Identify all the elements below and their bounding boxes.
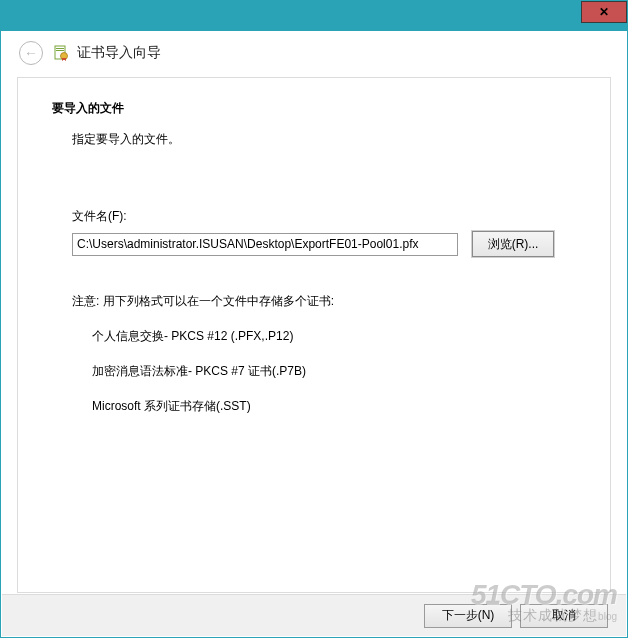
format-sst: Microsoft 系列证书存储(.SST) [92, 398, 580, 415]
wizard-window: ✕ ← 证书导入向导 要导入的文件 指定要导入的文件。 文件名(F): 浏览(R… [0, 0, 628, 638]
close-button[interactable]: ✕ [581, 1, 627, 23]
titlebar: ✕ [1, 1, 627, 31]
format-pkcs12: 个人信息交换- PKCS #12 (.PFX,.P12) [92, 328, 580, 345]
file-name-label: 文件名(F): [72, 208, 580, 225]
svg-rect-1 [56, 48, 64, 49]
next-button[interactable]: 下一步(N) [424, 604, 512, 628]
format-pkcs7: 加密消息语法标准- PKCS #7 证书(.P7B) [92, 363, 580, 380]
cancel-button[interactable]: 取消 [520, 604, 608, 628]
section-description: 指定要导入的文件。 [72, 131, 580, 148]
formats-note: 注意: 用下列格式可以在一个文件中存储多个证书: [72, 293, 580, 310]
back-button: ← [19, 41, 43, 65]
file-row: 浏览(R)... [72, 231, 580, 257]
close-icon: ✕ [599, 5, 609, 19]
file-name-input[interactable] [72, 233, 458, 256]
content-panel: 要导入的文件 指定要导入的文件。 文件名(F): 浏览(R)... 注意: 用下… [17, 77, 611, 593]
browse-button[interactable]: 浏览(R)... [472, 231, 554, 257]
wizard-header: ← 证书导入向导 [1, 31, 627, 79]
arrow-left-icon: ← [24, 45, 38, 61]
wizard-footer: 下一步(N) 取消 [2, 594, 626, 636]
certificate-wizard-icon [53, 45, 69, 61]
svg-rect-2 [56, 50, 64, 51]
section-heading: 要导入的文件 [52, 100, 580, 117]
wizard-title: 证书导入向导 [77, 44, 161, 62]
